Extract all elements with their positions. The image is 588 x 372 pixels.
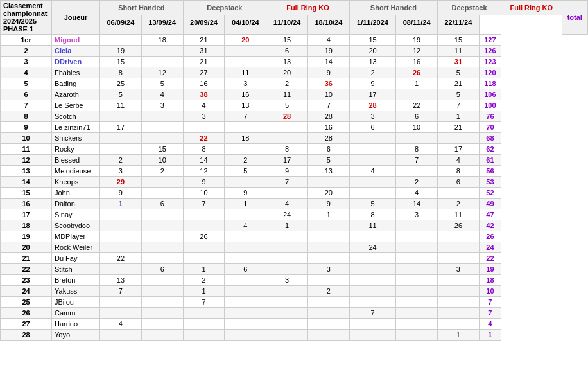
score-cell: 7 [438, 100, 480, 111]
score-cell: 2 [349, 67, 395, 78]
total-cell: 22 [479, 253, 501, 264]
score-cell [141, 242, 183, 253]
score-cell: 5 [307, 155, 349, 166]
score-cell [266, 188, 308, 199]
rank-cell: 2 [1, 46, 52, 57]
score-cell: 6 [438, 177, 480, 188]
score-cell [183, 330, 225, 341]
player-name: Dalton [52, 199, 100, 209]
total-cell: 68 [479, 133, 501, 144]
score-cell: 16 [183, 78, 225, 89]
score-cell: 18 [141, 35, 183, 46]
score-cell: 1 [183, 264, 225, 275]
score-cell [307, 330, 349, 341]
score-cell [225, 46, 266, 57]
score-cell: 13 [307, 166, 349, 177]
score-cell: 9 [349, 78, 395, 89]
rank-cell: 20 [1, 242, 52, 253]
score-cell [307, 242, 349, 253]
table-row: 26Camm77 [1, 308, 588, 319]
score-cell [225, 286, 266, 297]
score-cell [266, 122, 308, 133]
table-row: 20Rock Weiler2424 [1, 242, 588, 253]
table-row: 7Le Serbe1134135728227100 [1, 100, 588, 111]
score-cell [438, 188, 480, 199]
score-cell: 24 [266, 209, 308, 220]
score-cell: 11 [225, 67, 266, 78]
type-fk1 [183, 30, 225, 35]
score-cell: 9 [183, 177, 225, 188]
date-041024: 04/10/24 [225, 15, 266, 30]
score-cell: 11 [438, 46, 480, 57]
total-cell: 76 [479, 111, 501, 122]
score-cell [349, 275, 395, 286]
score-cell [396, 242, 438, 253]
score-cell: 9 [307, 67, 349, 78]
score-cell [349, 319, 395, 330]
score-cell [266, 319, 308, 330]
rank-cell: 27 [1, 319, 52, 330]
score-cell [438, 286, 480, 297]
total-cell: 127 [479, 35, 501, 46]
score-cell: 31 [438, 57, 480, 67]
score-cell [349, 133, 395, 144]
score-cell [266, 242, 308, 253]
score-cell [396, 297, 438, 308]
type-ds2 [266, 30, 308, 35]
score-cell: 8 [266, 144, 308, 155]
score-cell: 20 [349, 46, 395, 57]
score-cell: 4 [438, 155, 480, 166]
score-cell [307, 308, 349, 319]
player-name: Blessed [52, 155, 100, 166]
score-cell: 17 [349, 89, 395, 100]
total-cell: 62 [479, 144, 501, 155]
sh2-header: Short Handed [349, 1, 437, 15]
score-cell [183, 220, 225, 231]
score-cell [100, 264, 142, 275]
score-cell: 4 [183, 100, 225, 111]
type-sh2 [225, 30, 266, 35]
player-name: Le Serbe [52, 100, 100, 111]
score-cell [396, 89, 438, 100]
rank-cell: 16 [1, 199, 52, 209]
score-cell [396, 166, 438, 177]
table-row: 12Blessed2101421757461 [1, 155, 588, 166]
score-cell [349, 188, 395, 199]
score-cell: 3 [349, 111, 395, 122]
score-cell [100, 133, 142, 144]
rank-cell: 11 [1, 144, 52, 155]
score-cell [396, 133, 438, 144]
score-cell [266, 286, 308, 297]
score-cell: 13 [100, 275, 142, 286]
score-cell: 16 [396, 57, 438, 67]
score-cell: 2 [438, 199, 480, 209]
score-cell [100, 308, 142, 319]
score-cell: 6 [225, 264, 266, 275]
date-221124: 22/11/24 [438, 15, 480, 30]
score-cell: 6 [266, 46, 308, 57]
score-cell: 6 [141, 199, 183, 209]
table-row: 23Breton132318 [1, 275, 588, 286]
score-cell [307, 177, 349, 188]
score-cell: 21 [438, 122, 480, 133]
score-cell: 6 [396, 111, 438, 122]
score-cell: 12 [396, 46, 438, 57]
score-cell: 8 [183, 144, 225, 155]
score-cell: 11 [100, 100, 142, 111]
score-cell [183, 122, 225, 133]
score-cell: 6 [349, 122, 395, 133]
table-row: 15John910920452 [1, 188, 588, 199]
score-cell: 16 [225, 89, 266, 100]
score-cell: 5 [141, 78, 183, 89]
type-sh1 [100, 30, 142, 35]
score-cell [141, 46, 183, 57]
score-cell: 3 [183, 111, 225, 122]
score-cell [438, 319, 480, 330]
score-cell: 7 [100, 286, 142, 297]
score-cell: 21 [183, 57, 225, 67]
score-cell [266, 133, 308, 144]
score-cell [225, 144, 266, 155]
score-cell: 9 [225, 188, 266, 199]
score-cell: 13 [266, 57, 308, 67]
score-cell: 29 [100, 177, 142, 188]
